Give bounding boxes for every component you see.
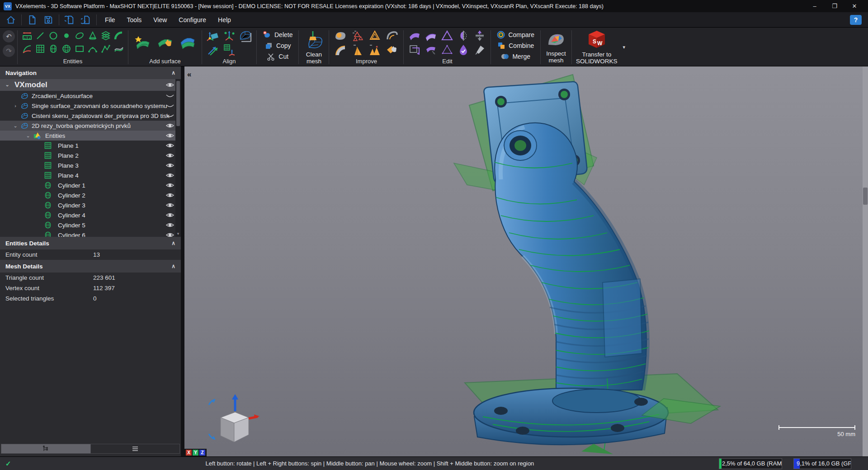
tree-item-mesh[interactable]: Cisteni skenu_zaplatovani der_priprava p… xyxy=(0,111,181,121)
entity-polyline-button[interactable] xyxy=(99,42,112,55)
entity-planes-stack-button[interactable] xyxy=(99,29,112,42)
viewport-3d[interactable]: « X Y Z xyxy=(184,66,868,456)
visibility-eye-closed-icon[interactable] xyxy=(165,113,175,119)
minimize-button[interactable]: – xyxy=(805,0,825,12)
transfer-solidworks-button[interactable]: SW Transfer toSOLIDWORKS xyxy=(572,28,621,66)
panel-collapse-arrow[interactable]: « xyxy=(187,70,191,79)
edit-triangle-thin-button[interactable] xyxy=(439,43,455,56)
orientation-cube[interactable] xyxy=(201,392,259,451)
improve-clean-triangles-button[interactable] xyxy=(349,29,366,42)
edit-offset-button[interactable] xyxy=(472,29,487,42)
visibility-eye-icon[interactable] xyxy=(165,172,175,179)
copy-button[interactable]: Copy xyxy=(262,41,294,51)
align-points-button[interactable] xyxy=(222,29,237,42)
entity-fillet-button[interactable] xyxy=(113,29,125,42)
entity-spline-button[interactable] xyxy=(113,42,125,55)
entity-ellipse-button[interactable] xyxy=(73,29,85,42)
edit-triangle-sel-button[interactable] xyxy=(439,29,455,42)
compare-button[interactable]: Compare xyxy=(494,30,537,40)
tree-item-plane[interactable]: Plane 3 xyxy=(0,160,181,170)
improve-remesh-button[interactable] xyxy=(367,29,383,42)
entity-plane-button[interactable] xyxy=(34,42,46,55)
improve-defeature-button[interactable] xyxy=(384,29,400,42)
expander-icon[interactable]: ⌄ xyxy=(13,123,18,129)
entities-details-header[interactable]: Entities Details ∧ xyxy=(0,237,181,249)
mesh-details-header[interactable]: Mesh Details ∧ xyxy=(0,260,181,273)
edit-crop-button[interactable] xyxy=(407,43,422,56)
tree-item-mesh[interactable]: › Single surface_zarovnani do souradneho… xyxy=(0,101,181,111)
menu-file[interactable]: File xyxy=(99,13,121,27)
entity-cylinder-button[interactable] xyxy=(47,42,59,55)
close-button[interactable]: ✕ xyxy=(844,0,864,12)
new-session-button[interactable] xyxy=(24,13,40,27)
edit-waterproof-button[interactable] xyxy=(456,43,471,56)
viewport-scrollbar[interactable] xyxy=(863,66,868,456)
align-grid-axis-button[interactable] xyxy=(222,43,237,56)
delete-button[interactable]: Delete xyxy=(260,30,295,40)
menu-configure[interactable]: Configure xyxy=(173,13,212,27)
expander-icon[interactable]: ⌄ xyxy=(5,82,10,88)
improve-fillet-button[interactable] xyxy=(332,43,349,56)
tree-item-mesh[interactable]: Zrcadleni_Autosurface xyxy=(0,91,181,101)
add-surface-manual-button[interactable] xyxy=(154,29,176,53)
entity-sphere-button[interactable] xyxy=(60,42,72,55)
tree-item-cylinder[interactable]: Cylinder 1 xyxy=(0,180,181,190)
tree-item-cylinder[interactable]: Cylinder 6 xyxy=(0,230,181,237)
tree-view-tab[interactable] xyxy=(1,444,90,453)
add-surface-extend-button[interactable] xyxy=(177,29,198,53)
improve-fill-holes-button[interactable] xyxy=(332,29,349,42)
maximize-button[interactable]: ❐ xyxy=(825,0,844,12)
merge-button[interactable]: Merge xyxy=(498,52,533,61)
tree-scrollbar[interactable]: ▼ xyxy=(175,79,181,237)
tree-item-entities-group[interactable]: ⌄ Entities xyxy=(0,131,181,141)
tree-item-plane[interactable]: Plane 2 xyxy=(0,150,181,160)
entity-line-button[interactable] xyxy=(34,29,46,42)
save-session-button[interactable] xyxy=(40,13,57,27)
entity-point-button[interactable] xyxy=(60,29,72,42)
tree-item-cylinder[interactable]: Cylinder 5 xyxy=(0,220,181,230)
list-view-tab[interactable] xyxy=(91,444,180,453)
expander-icon[interactable]: ⌄ xyxy=(25,133,31,139)
visibility-eye-icon[interactable] xyxy=(165,192,175,198)
cut-button[interactable]: Cut xyxy=(264,52,291,61)
visibility-eye-icon[interactable] xyxy=(165,232,175,237)
align-mesh-button[interactable] xyxy=(238,29,253,42)
tree-scrollbar-thumb[interactable] xyxy=(176,81,180,126)
tree-item-vxmodel[interactable]: ⌄ VXmodel xyxy=(0,79,181,91)
expander-icon[interactable]: › xyxy=(13,103,18,108)
axis-system-badge[interactable]: X Y Z xyxy=(184,449,207,456)
navigation-header[interactable]: Navigation ∧ xyxy=(0,66,181,79)
collapse-chevron-icon[interactable]: ∧ xyxy=(171,263,175,269)
collapse-chevron-icon[interactable]: ∧ xyxy=(171,70,175,76)
collapse-chevron-icon[interactable]: ∧ xyxy=(171,240,175,246)
tree-item-plane[interactable]: Plane 1 xyxy=(0,141,181,150)
improve-spikes-button[interactable] xyxy=(367,43,383,56)
tree-item-cylinder[interactable]: Cylinder 4 xyxy=(0,210,181,220)
visibility-eye-closed-icon[interactable] xyxy=(165,93,175,99)
inspect-mesh-button[interactable]: Inspectmesh xyxy=(541,28,571,66)
edit-surface-button[interactable] xyxy=(407,29,422,42)
tree-item-cylinder[interactable]: Cylinder 3 xyxy=(0,200,181,210)
tree-item-mesh-active[interactable]: ⌄ 2D rezy_tvorba geometrických prvků xyxy=(0,121,181,131)
edit-patch-button[interactable] xyxy=(423,29,439,42)
align-plane-button[interactable] xyxy=(205,29,221,42)
align-arrow-button[interactable] xyxy=(205,43,221,56)
improve-edges-button[interactable] xyxy=(349,43,366,56)
visibility-eye-icon[interactable] xyxy=(165,162,175,169)
improve-sand-button[interactable] xyxy=(384,43,400,56)
combine-button[interactable]: Combine xyxy=(495,41,537,51)
visibility-eye-icon[interactable] xyxy=(165,122,175,129)
edit-move-surface-button[interactable] xyxy=(423,43,439,56)
entity-measure-button[interactable] xyxy=(21,29,33,42)
entity-rectangle-button[interactable] xyxy=(73,42,85,55)
viewport-scrollbar-thumb[interactable] xyxy=(863,188,868,205)
visibility-eye-icon[interactable] xyxy=(165,132,175,139)
edit-mirror-button[interactable] xyxy=(456,29,471,42)
entity-circle-button[interactable] xyxy=(47,29,59,42)
import-session-button[interactable] xyxy=(61,13,78,27)
undo-button[interactable]: ↶ xyxy=(3,30,15,42)
clean-mesh-button[interactable]: Cleanmesh xyxy=(299,28,328,66)
add-surface-auto-button[interactable] xyxy=(132,29,153,53)
menu-help[interactable]: Help xyxy=(212,13,237,27)
redo-button[interactable]: ↷ xyxy=(3,45,15,57)
